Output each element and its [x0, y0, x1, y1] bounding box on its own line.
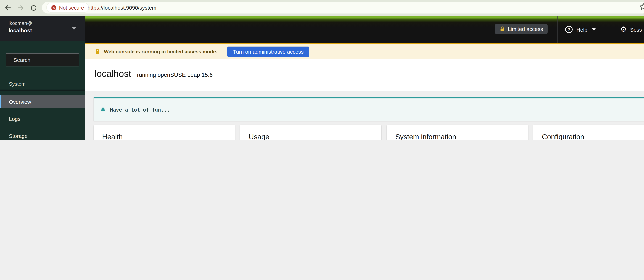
lock-icon [95, 49, 100, 54]
screen: Not secure https://localhost:9090/system… [0, 0, 644, 140]
bell-icon [100, 107, 106, 113]
browser-toolbar: Not secure https://localhost:9090/system [0, 0, 644, 16]
system-information-title: System information [395, 133, 456, 140]
page-header: localhost running openSUSE Leap 15.6 [86, 59, 644, 91]
host-switcher[interactable]: lkocman@ localhost [0, 16, 86, 41]
page-title: localhost [95, 68, 131, 79]
not-secure-octagon-icon [51, 5, 56, 10]
health-card: Health Last successful login: Apr 29, 10… [94, 125, 235, 140]
back-arrow-icon [4, 4, 12, 12]
page-subtitle: running openSUSE Leap 15.6 [137, 72, 212, 78]
not-secure-badge[interactable]: Not secure [46, 3, 88, 12]
configuration-card: Configuration Hostname localhost System … [533, 125, 644, 140]
browser-reload-button[interactable] [30, 4, 37, 12]
host-switcher-host: localhost [8, 27, 32, 33]
usage-card-title: Usage [249, 133, 269, 140]
url-text: https://localhost:9090/system [88, 2, 156, 13]
sidebar-item-logs[interactable]: Logs [0, 112, 86, 125]
session-label: Sess [630, 26, 642, 32]
masthead-divider [611, 16, 611, 43]
masthead-divider [557, 16, 558, 43]
system-information-card: System information Model ASUS System Pro… [387, 125, 528, 140]
nav-scroll-shadow [0, 89, 86, 91]
sidebar-section-system: System [9, 81, 26, 87]
sidebar-search[interactable] [6, 53, 79, 66]
limited-access-label: Limited access [508, 26, 543, 32]
lock-icon [500, 26, 505, 32]
help-icon: ? [565, 25, 573, 34]
help-label: Help [576, 26, 588, 32]
svg-text:?: ? [568, 27, 570, 32]
host-switcher-user: lkocman@ [8, 20, 32, 26]
health-card-title: Health [102, 133, 123, 140]
gear-icon: ⚙ [620, 26, 627, 33]
session-menu-button[interactable]: ⚙ Sess [620, 16, 642, 43]
configuration-title: Configuration [542, 133, 584, 140]
url-scheme-struck: https [88, 4, 99, 11]
address-bar[interactable]: Not secure https://localhost:9090/system [42, 2, 644, 13]
turn-on-admin-access-button[interactable]: Turn on administrative access [227, 46, 309, 57]
bookmark-star-icon[interactable] [639, 2, 644, 12]
search-input[interactable] [13, 56, 85, 63]
chevron-down-icon [592, 28, 596, 30]
banner-message: Web console is running in limited access… [104, 49, 217, 54]
forward-arrow-icon [17, 4, 24, 12]
chevron-down-icon [72, 27, 76, 30]
masthead: Limited access ? Help ⚙ Sess [86, 16, 644, 44]
sidebar-item-storage[interactable]: Storage [0, 129, 86, 140]
url-rest: ://localhost:9090/system [99, 4, 156, 11]
help-menu-button[interactable]: ? Help [565, 16, 596, 43]
limited-access-button[interactable]: Limited access [495, 24, 548, 34]
motd-text: Have a lot of fun... [110, 107, 170, 112]
browser-back-button[interactable] [4, 4, 12, 12]
usage-card: Usage CPU 39% of 16 CPUs Memory 7.4 / 31… [240, 125, 382, 140]
sidebar: System Overview Logs Storage Networking … [0, 41, 86, 140]
limited-access-banner: Web console is running in limited access… [86, 44, 644, 59]
reload-icon [30, 4, 37, 11]
sidebar-item-overview[interactable]: Overview [0, 95, 86, 108]
motd-banner: Have a lot of fun... [94, 97, 644, 121]
not-secure-label: Not secure [59, 5, 84, 10]
browser-forward-button[interactable] [17, 4, 24, 12]
